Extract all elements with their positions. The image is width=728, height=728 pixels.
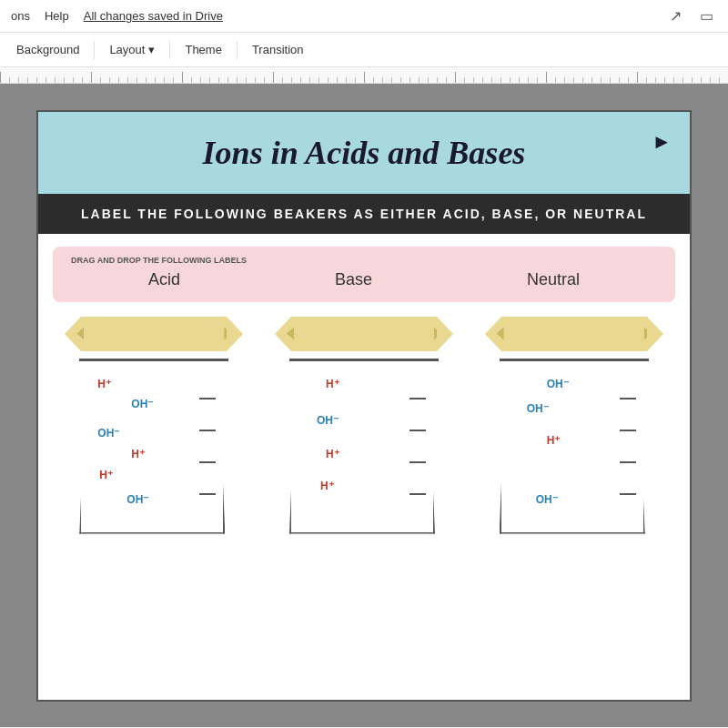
layout-arrow-icon: ▾	[148, 43, 155, 56]
layout-button[interactable]: Layout ▾	[100, 39, 164, 60]
beaker-2-container: H⁺ OH⁻ H⁺ H⁺	[273, 317, 455, 534]
beaker-3-ions: OH⁻ OH⁻ H⁺ OH⁻	[501, 361, 643, 532]
ion-h3: H⁺	[99, 469, 113, 481]
ion2-oh1: OH⁻	[317, 414, 339, 427]
subtitle-text: LABEL THE FOLLOWING BEAKERS AS EITHER AC…	[81, 207, 647, 221]
ion2-h3: H⁺	[320, 480, 334, 492]
background-button[interactable]: Background	[7, 39, 88, 60]
beaker-1-ions: H⁺ OH⁻ OH⁻ H⁺ H⁺ OH⁻	[81, 361, 223, 532]
measure-line-4	[199, 493, 216, 495]
menu-help[interactable]: Help	[45, 9, 69, 23]
ion2-h2: H⁺	[326, 448, 339, 460]
ion-oh2: OH⁻	[97, 427, 119, 440]
beaker-3-wrapper: OH⁻ OH⁻ H⁺ OH⁻	[500, 359, 649, 534]
beaker-1-wrapper: H⁺ OH⁻ OH⁻ H⁺ H⁺ OH⁻	[79, 359, 228, 534]
top-bar-left: ons Help All changes saved in Drive	[11, 9, 223, 23]
chat-icon[interactable]: ▭	[695, 5, 717, 27]
ion3-oh2: OH⁻	[527, 402, 549, 415]
measure-line3-2	[620, 430, 636, 431]
saved-status: All changes saved in Drive	[84, 9, 223, 23]
ion-h2: H⁺	[131, 448, 145, 460]
label-neutral[interactable]: Neutral	[527, 270, 580, 289]
labels-row: Acid Base Neutral	[71, 270, 657, 289]
beaker-1: H⁺ OH⁻ OH⁻ H⁺ H⁺ OH⁻	[79, 361, 225, 534]
drag-hint: DRAG AND DROP THE FOLLOWING LABELS	[71, 256, 657, 265]
subtitle-bar: LABEL THE FOLLOWING BEAKERS AS EITHER AC…	[38, 194, 690, 234]
transition-button[interactable]: Transition	[243, 39, 313, 60]
toolbar-divider-3	[237, 41, 238, 59]
ion3-h1: H⁺	[547, 434, 561, 447]
measure-line2-2	[410, 430, 426, 431]
slide-title: Ions in Acids and Bases	[203, 134, 526, 172]
beaker-2-wrapper: H⁺ OH⁻ H⁺ H⁺	[289, 359, 439, 534]
beaker-1-banner[interactable]	[81, 317, 227, 351]
theme-button[interactable]: Theme	[176, 39, 230, 60]
measure-line2-4	[410, 493, 426, 495]
ion3-oh1: OH⁻	[547, 378, 569, 390]
ion2-h1: H⁺	[326, 378, 339, 390]
measure-line-3	[199, 461, 216, 463]
label-base[interactable]: Base	[335, 270, 372, 289]
beaker-3-banner[interactable]	[501, 317, 647, 351]
labels-area: DRAG AND DROP THE FOLLOWING LABELS Acid …	[53, 247, 675, 302]
toolbar-divider-2	[169, 41, 170, 59]
slide[interactable]: Ions in Acids and Bases ► LABEL THE FOLL…	[36, 110, 692, 702]
ion-oh1: OH⁻	[131, 398, 153, 410]
ion-oh3: OH⁻	[126, 493, 148, 506]
slide-title-area: Ions in Acids and Bases ►	[38, 112, 690, 194]
beaker-2-ions: H⁺ OH⁻ H⁺ H⁺	[291, 361, 433, 532]
beaker-3: OH⁻ OH⁻ H⁺ OH⁻	[500, 361, 645, 534]
measure-line2-3	[410, 461, 426, 463]
ruler: // Will be rendered by JS below	[0, 67, 728, 84]
measure-line2-1	[410, 398, 426, 399]
label-acid[interactable]: Acid	[148, 270, 180, 289]
top-bar-right: ↗ ▭	[664, 5, 717, 27]
beaker-2: H⁺ OH⁻ H⁺ H⁺	[289, 361, 435, 534]
layout-label: Layout	[109, 43, 145, 56]
menu-ons[interactable]: ons	[11, 9, 30, 23]
cursor-icon: ►	[652, 130, 672, 154]
toolbar: Background Layout ▾ Theme Transition	[0, 33, 728, 67]
beakers-section: H⁺ OH⁻ OH⁻ H⁺ H⁺ OH⁻	[49, 317, 679, 534]
toolbar-divider-1	[94, 41, 95, 59]
measure-line-1	[199, 398, 216, 399]
ion3-oh3: OH⁻	[536, 493, 558, 506]
ion-h1: H⁺	[97, 378, 111, 390]
beaker-2-banner[interactable]	[291, 317, 437, 351]
measure-line3-4	[620, 493, 636, 495]
top-bar: ons Help All changes saved in Drive ↗ ▭	[0, 0, 728, 33]
measure-line-2	[199, 430, 216, 431]
beaker-1-container: H⁺ OH⁻ OH⁻ H⁺ H⁺ OH⁻	[63, 317, 245, 534]
slide-area: Ions in Acids and Bases ► LABEL THE FOLL…	[0, 84, 728, 727]
beaker-3-container: OH⁻ OH⁻ H⁺ OH⁻	[483, 317, 665, 534]
measure-line3-3	[620, 461, 636, 463]
ruler-marks: // Will be rendered by JS below	[0, 67, 728, 83]
trending-icon[interactable]: ↗	[664, 5, 686, 27]
measure-line3-1	[620, 398, 636, 399]
